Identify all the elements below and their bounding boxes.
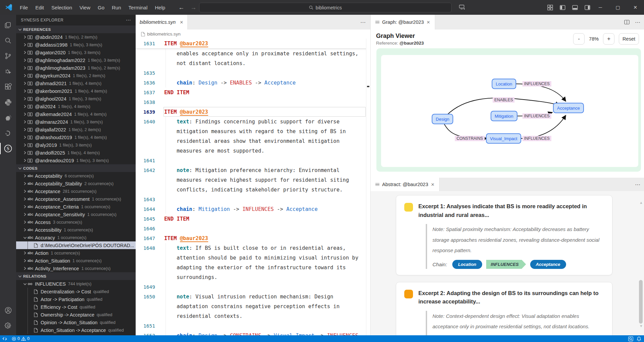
tree-chevron-icon[interactable]	[22, 74, 28, 77]
code-line[interactable]: 1643	[136, 194, 370, 204]
tree-child-item[interactable]: Decentralization -> Costqualified	[16, 288, 136, 295]
tree-item[interactable]: abcActivity_Interference1 occurrence(s)	[16, 265, 136, 272]
code-line[interactable]: adapting the exterior of the infrastruct…	[136, 263, 370, 272]
tree-item[interactable]: abcAcceptability6 occurrence(s)	[16, 172, 136, 180]
tree-child-item[interactable]: Opinion -> Action_Situationqualified	[16, 319, 136, 326]
section-header-references[interactable]: REFERENCES	[16, 25, 136, 33]
reset-button[interactable]: Reset	[619, 33, 639, 45]
code-line[interactable]: 1637END ITEM	[136, 88, 370, 97]
back-arrow-icon[interactable]: ←	[178, 4, 184, 11]
tree-item[interactable]: abcAccess3 occurrence(s)	[16, 218, 136, 226]
code-line[interactable]: attention should be paid to minimizing v…	[136, 253, 370, 263]
menu-go[interactable]: Go	[94, 3, 108, 12]
tab-graph[interactable]: Graph: @baur2023 ✕	[371, 15, 435, 30]
menu-help[interactable]: Help	[151, 3, 169, 12]
tree-item[interactable]: abcAccessibility1 occurrence(s)	[16, 226, 136, 234]
tree-chevron-icon[interactable]	[22, 267, 28, 270]
graph-tab-close-icon[interactable]: ✕	[426, 20, 430, 25]
notifications-bell-icon[interactable]	[637, 336, 641, 341]
code-line[interactable]: 1644chain: Mitigation -> INFLUENCES -> A…	[136, 204, 370, 214]
code-line[interactable]: enables acceptance only in proximate res…	[136, 49, 370, 58]
code-line[interactable]: not distant locations.	[136, 58, 370, 68]
code-area[interactable]: 1631ITEM @baur2023 enables acceptance on…	[136, 39, 370, 335]
tree-item[interactable]: INFLUENCES744 triplet(s)	[16, 280, 136, 288]
chain-entity-pill[interactable]: Acceptance	[530, 260, 566, 269]
menu-view[interactable]: View	[76, 3, 94, 12]
tree-chevron-icon[interactable]	[22, 66, 28, 70]
menu-file[interactable]: File	[16, 3, 32, 12]
tree-item[interactable]: abcAccuracy1 occurrence(s)	[16, 234, 136, 241]
tree-chevron-icon[interactable]	[22, 213, 28, 216]
split-editor-icon[interactable]	[624, 19, 630, 25]
code-line[interactable]: 1631ITEM @baur2023	[136, 39, 208, 48]
tree-chevron-icon[interactable]	[22, 128, 28, 131]
zoom-in-button[interactable]: +	[603, 33, 614, 45]
python-extension-icon[interactable]	[0, 95, 16, 110]
excerpt-list[interactable]: Excerpt 1: Analyses indicate that BS is …	[371, 191, 638, 335]
tree-chevron-icon[interactable]	[22, 236, 28, 239]
scroll-up-icon[interactable]: ▲	[639, 201, 643, 205]
tree-item[interactable]: @alrashoud20191 file(s), 4 item(s)	[16, 133, 136, 141]
code-line[interactable]: 1648text: If BS is built close to or in …	[136, 243, 370, 253]
toggle-panel-icon[interactable]	[572, 5, 578, 10]
tree-chevron-icon[interactable]	[22, 205, 28, 209]
code-line[interactable]: residential contexts.	[136, 311, 370, 321]
tree-child-item[interactable]: Action_Situation -> Acceptancequalified	[16, 326, 136, 334]
toggle-secondary-sidebar-icon[interactable]	[585, 5, 590, 10]
jupyter-extension-icon[interactable]	[0, 125, 16, 141]
section-header-codes[interactable]: CODES	[16, 164, 136, 172]
tree-chevron-icon[interactable]	[22, 251, 28, 255]
code-line[interactable]: 1640text: Findings concerning public sup…	[136, 117, 370, 126]
code-line[interactable]: mitigation measures with regard to the s…	[136, 126, 370, 136]
tree-item[interactable]: @alkemade20241 file(s), 4 item(s)	[16, 110, 136, 118]
tree-chevron-icon[interactable]	[22, 97, 28, 101]
code-line[interactable]: 1641	[136, 156, 370, 165]
tree-item[interactable]: abcAction_Situation1 occurrence(s)	[16, 257, 136, 265]
tree-item[interactable]: abcAcceptance_Criteria1 occurrence(s)	[16, 203, 136, 211]
sidebar-more-icon[interactable]: ⋯	[126, 17, 131, 23]
tree-item[interactable]: @aly20191 file(s), 3 item(s)	[16, 141, 136, 149]
code-line[interactable]: adaptation constrains negative perceptio…	[136, 301, 370, 311]
zoom-out-button[interactable]: -	[573, 33, 585, 45]
explorer-icon[interactable]	[0, 17, 16, 33]
paint-splash-extension-icon[interactable]	[0, 110, 16, 125]
tree-item[interactable]: @ahmadi20211 file(s), 4 item(s)	[16, 79, 136, 87]
tree-chevron-icon[interactable]	[22, 143, 28, 147]
menu-selection[interactable]: Selection	[48, 3, 76, 12]
graph-node-mitigation[interactable]: Mitigation	[491, 111, 517, 121]
section-header-relations[interactable]: RELATIONS	[16, 272, 136, 280]
tree-item[interactable]: @alghool20241 file(s), 3 item(s)	[16, 95, 136, 103]
accounts-icon[interactable]	[0, 302, 16, 318]
tree-item[interactable]: @agyekum20241 file(s), 2 item(s)	[16, 72, 136, 79]
settings-gear-icon[interactable]	[0, 318, 16, 333]
scrollbar-thumb[interactable]	[639, 280, 643, 324]
source-control-icon[interactable]	[0, 48, 16, 64]
minimize-button[interactable]: ─	[592, 0, 609, 15]
sticky-scroll-line[interactable]: 1631ITEM @baur2023	[136, 39, 370, 49]
code-line[interactable]: surroundings.	[136, 272, 370, 282]
tree-item[interactable]: @akerboom20211 file(s), 4 item(s)	[16, 87, 136, 95]
tree-child-item[interactable]: Ownership -> Acceptancequalified	[16, 311, 136, 319]
graph-node-location[interactable]: Location	[492, 79, 516, 89]
toggle-sidebar-icon[interactable]	[560, 5, 565, 10]
tree-item[interactable]: @aghlimoghadam20221 file(s), 3 item(s)	[16, 56, 136, 64]
editor-more-actions-icon[interactable]: ⋯	[360, 15, 366, 30]
tab-close-icon[interactable]: ✕	[180, 20, 183, 25]
tab-abstract[interactable]: Abstract: @baur2023 ✕	[371, 178, 440, 191]
graph-node-visual-impact[interactable]: Visual_Impact	[486, 133, 521, 144]
tree-child-item[interactable]: d:\MeuGDrive\OneDrive\PÓS DOUTORAD...	[16, 241, 136, 249]
graph-node-acceptance[interactable]: Acceptance	[553, 103, 584, 113]
close-button[interactable]: ✕	[627, 0, 644, 15]
tree-chevron-icon[interactable]	[22, 228, 28, 232]
tree-item[interactable]: @abdin20241 file(s), 2 item(s)	[16, 33, 136, 41]
problems-indicator[interactable]: 0 0	[9, 335, 32, 342]
code-line[interactable]: 1639ITEM @baur2023	[136, 107, 370, 117]
menu-terminal[interactable]: Terminal	[125, 3, 151, 12]
code-line[interactable]: 1650note: Visual intrusion reduction mec…	[136, 292, 370, 301]
tree-chevron-icon[interactable]	[22, 81, 28, 85]
monitor-icon[interactable]	[459, 4, 465, 10]
tree-item[interactable]: @agaton20201 file(s), 3 item(s)	[16, 49, 136, 56]
zoom-status-icon[interactable]	[628, 336, 633, 341]
overview-ruler[interactable]	[366, 39, 370, 335]
chain-relation-pill[interactable]: INFLUENCES	[486, 260, 526, 269]
